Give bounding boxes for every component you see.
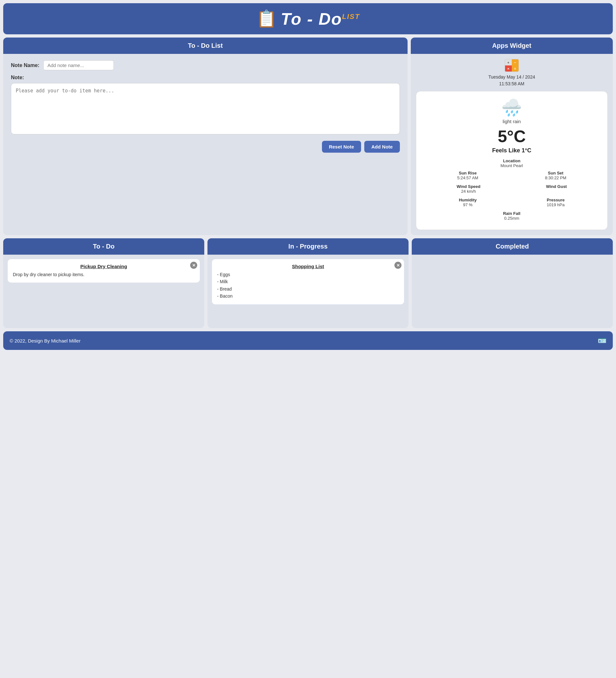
completed-column: Completed: [412, 238, 613, 328]
location-value: Mount Pearl: [424, 163, 600, 168]
weather-temperature: 5°C: [424, 127, 600, 146]
weather-description: light rain: [424, 119, 600, 124]
widget-content: + − × = Tuesday May 14 / 202411:53:58 AM…: [411, 54, 613, 235]
task-card: ✕ Shopping List - Eggs- Milk- Bread- Bac…: [212, 259, 404, 304]
top-section: To - Do List Note Name: Note: Reset Note…: [3, 38, 613, 235]
rain-fall-value: 0.25mm: [424, 216, 600, 221]
reset-note-button[interactable]: Reset Note: [322, 141, 361, 153]
note-name-row: Note Name:: [11, 60, 400, 70]
in-progress-column-header: In - Progress: [207, 238, 409, 255]
header-title-sup: LIST: [342, 12, 360, 20]
calc-times: ×: [505, 66, 512, 72]
widget-panel-header: Apps Widget: [411, 38, 613, 54]
main-container: To - Do List Note Name: Note: Reset Note…: [3, 38, 613, 328]
todo-column-body: ✕ Pickup Dry Cleaning Drop by dry cleane…: [3, 255, 204, 290]
datetime-text: Tuesday May 14 / 202411:53:58 AM: [488, 74, 535, 86]
todo-column: To - Do ✕ Pickup Dry Cleaning Drop by dr…: [3, 238, 204, 328]
sun-set-value: 8:30:22 PM: [545, 176, 566, 180]
weather-pressure: Pressure 1019 hPa: [547, 197, 565, 207]
completed-column-body: [412, 255, 613, 264]
task-body: Drop by dry cleaner to pickup items.: [13, 271, 195, 278]
completed-column-header: Completed: [412, 238, 613, 255]
task-title: Pickup Dry Cleaning: [13, 264, 195, 269]
weather-sun-set: Sun Set 8:30:22 PM: [545, 171, 566, 180]
weather-location: Location Mount Pearl: [424, 158, 600, 168]
header-title-text: To - Do: [281, 10, 342, 28]
close-icon[interactable]: ✕: [394, 262, 401, 269]
columns-section: To - Do ✕ Pickup Dry Cleaning Drop by dr…: [3, 238, 613, 328]
task-card: ✕ Pickup Dry Cleaning Drop by dry cleane…: [8, 259, 200, 282]
note-label: Note:: [11, 75, 400, 80]
pressure-label: Pressure: [547, 197, 565, 202]
weather-wind-gust: Wind Gust: [546, 184, 567, 194]
weather-sun-rise: Sun Rise 5:24:57 AM: [457, 171, 478, 180]
weather-humidity: Humidity 97 %: [459, 197, 477, 207]
humidity-value: 97 %: [459, 202, 477, 207]
weather-rainfall: Rain Fall 0.25mm: [424, 211, 600, 221]
pressure-value: 1019 hPa: [547, 202, 565, 207]
note-name-input[interactable]: [43, 60, 114, 70]
note-textarea[interactable]: [11, 83, 400, 135]
todo-panel-header: To - Do List: [3, 38, 408, 54]
apps-widget-panel: Apps Widget + − × = Tuesday May 14 / 202…: [411, 38, 613, 235]
app-footer: © 2022, Design By Michael Miller 🪪: [3, 331, 613, 350]
location-label: Location: [424, 158, 600, 163]
weather-wind-row: Wind Speed 24 km/h Wind Gust: [424, 184, 600, 194]
close-icon[interactable]: ✕: [190, 262, 197, 269]
task-body: - Eggs- Milk- Bread- Bacon: [217, 271, 399, 300]
app-header: 📋 To - DoLIST: [3, 3, 613, 34]
todo-form: Note Name: Note: Reset Note Add Note: [3, 54, 408, 159]
footer-copyright: © 2022, Design By Michael Miller: [10, 338, 80, 343]
calculator-icon[interactable]: + − × =: [505, 59, 519, 72]
sun-rise-label: Sun Rise: [457, 171, 478, 176]
calc-equals: =: [512, 66, 518, 72]
sun-set-label: Sun Set: [545, 171, 566, 176]
wind-speed-value: 24 km/h: [457, 189, 480, 194]
header-icon: 📋: [256, 9, 277, 29]
weather-feels-like: Feels Like 1°C: [424, 147, 600, 154]
sun-rise-value: 5:24:57 AM: [457, 176, 478, 180]
calc-minus: −: [512, 59, 518, 66]
wind-speed-label: Wind Speed: [457, 184, 480, 189]
datetime-display: Tuesday May 14 / 202411:53:58 AM: [488, 74, 535, 87]
contact-card-icon: 🪪: [598, 336, 606, 345]
in-progress-column-body: ✕ Shopping List - Eggs- Milk- Bread- Bac…: [207, 255, 409, 312]
weather-cloud-rain-icon: 🌧️: [424, 98, 600, 117]
task-title: Shopping List: [217, 264, 399, 269]
weather-sun-row: Sun Rise 5:24:57 AM Sun Set 8:30:22 PM: [424, 171, 600, 180]
weather-humidity-pressure-row: Humidity 97 % Pressure 1019 hPa: [424, 197, 600, 207]
in-progress-column: In - Progress ✕ Shopping List - Eggs- Mi…: [207, 238, 409, 328]
add-note-button[interactable]: Add Note: [364, 141, 400, 153]
header-title: To - DoLIST: [281, 9, 360, 29]
button-row: Reset Note Add Note: [11, 141, 400, 153]
wind-gust-label: Wind Gust: [546, 184, 567, 189]
weather-wind-speed: Wind Speed 24 km/h: [457, 184, 480, 194]
weather-card: 🌧️ light rain 5°C Feels Like 1°C Locatio…: [416, 91, 608, 230]
todo-column-header: To - Do: [3, 238, 204, 255]
todo-list-panel: To - Do List Note Name: Note: Reset Note…: [3, 38, 408, 235]
note-name-label: Note Name:: [11, 63, 39, 68]
humidity-label: Humidity: [459, 197, 477, 202]
calc-plus: +: [505, 59, 512, 66]
rain-fall-label: Rain Fall: [424, 211, 600, 216]
